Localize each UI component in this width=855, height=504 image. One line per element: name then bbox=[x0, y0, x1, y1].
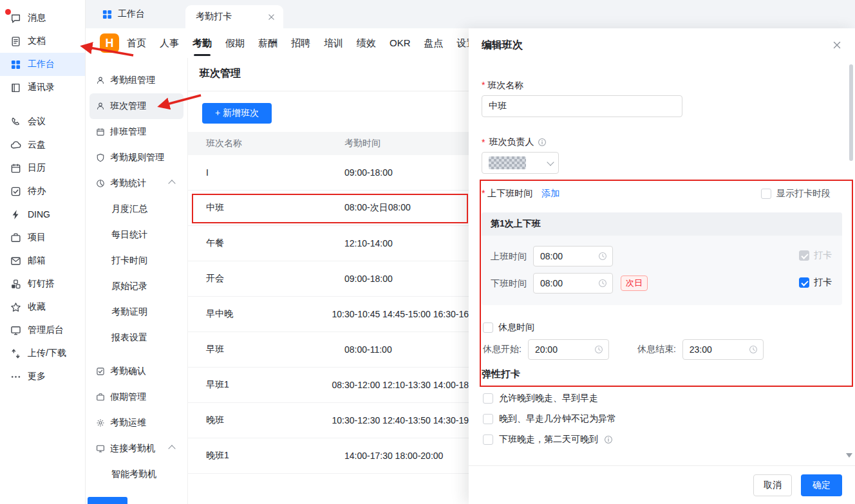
menu-label: 报表设置 bbox=[111, 332, 147, 344]
cloud-icon bbox=[10, 140, 21, 151]
document-icon bbox=[10, 36, 21, 47]
show-punch-period-checkbox[interactable] bbox=[761, 189, 771, 199]
grid-icon bbox=[10, 59, 21, 70]
device-icon bbox=[96, 444, 105, 453]
sidebar-item-meeting[interactable]: 会议 bbox=[0, 110, 85, 133]
nav-item-okr[interactable]: OKR bbox=[390, 28, 411, 58]
flex-option-checkbox[interactable] bbox=[483, 393, 493, 404]
nav-item-inventory[interactable]: 盘点 bbox=[424, 28, 444, 58]
scrollbar-thumb[interactable] bbox=[849, 64, 853, 161]
person-icon bbox=[96, 76, 105, 85]
scroll-down-arrow-icon[interactable] bbox=[846, 453, 852, 458]
menu-label: 考勤证明 bbox=[111, 306, 147, 318]
tab-workbench[interactable]: 工作台 bbox=[102, 0, 145, 28]
smart-hr-logo[interactable]: H bbox=[100, 33, 119, 53]
dingtalk-app-window: 消息 文档 工作台 通讯录 会议 云盘 日历 待办 bbox=[0, 0, 855, 504]
tab-close-icon[interactable] bbox=[267, 13, 276, 21]
menu-subitem-raw-records[interactable]: 原始记录 bbox=[86, 274, 187, 299]
table-row[interactable]: 早班1 08:30-12:00 12:10-13:30 14:00-18 bbox=[188, 368, 469, 403]
sidebar-item-adminconsole[interactable]: 管理后台 bbox=[0, 319, 85, 342]
table-row[interactable]: I 09:00-18:00 bbox=[188, 155, 469, 191]
menu-subitem-attendance-proof[interactable]: 考勤证明 bbox=[86, 299, 187, 325]
flex-option-checkbox[interactable] bbox=[483, 414, 493, 424]
shift-name-cell: 早班1 bbox=[206, 379, 332, 391]
nav-item-recruit[interactable]: 招聘 bbox=[291, 28, 310, 58]
nav-item-performance[interactable]: 绩效 bbox=[357, 28, 376, 58]
work-time-group: 第1次上下班 上班时间 打卡 下班时间 次日 打卡 bbox=[482, 212, 842, 305]
shift-name-cell: 午餐 bbox=[206, 238, 344, 249]
nav-item-attendance[interactable]: 考勤 bbox=[193, 28, 212, 58]
rest-time-checkbox[interactable] bbox=[483, 322, 493, 333]
sidebar-item-ding[interactable]: DING bbox=[0, 203, 85, 226]
sidebar-item-calendar[interactable]: 日历 bbox=[0, 156, 85, 180]
tab-attendance-punch[interactable]: 考勤打卡 bbox=[185, 5, 283, 28]
flex-option-checkbox[interactable] bbox=[483, 434, 493, 445]
sidebar-item-clouddrive[interactable]: 云盘 bbox=[0, 133, 85, 156]
shift-name-input[interactable] bbox=[482, 95, 682, 117]
menu-item-attendance-rules[interactable]: 考勤规则管理 bbox=[89, 145, 183, 171]
sidebar-item-favorites[interactable]: 收藏 bbox=[0, 295, 85, 319]
table-row-selected[interactable]: 中班 08:00-次日08:00 bbox=[188, 191, 469, 226]
sidebar-item-workbench[interactable]: 工作台 bbox=[0, 53, 85, 76]
confirm-button[interactable]: 确定 bbox=[801, 474, 842, 496]
menu-subitem-report-settings[interactable]: 报表设置 bbox=[86, 325, 187, 351]
add-time-link[interactable]: 添加 bbox=[541, 188, 559, 200]
sidebar-item-messages[interactable]: 消息 bbox=[0, 6, 85, 30]
menu-item-attendance-stats[interactable]: 考勤统计 bbox=[89, 171, 183, 196]
menu-item-attendance-groups[interactable]: 考勤组管理 bbox=[89, 68, 183, 93]
end-punch-checkbox[interactable] bbox=[799, 277, 809, 288]
briefcase-icon bbox=[10, 232, 21, 243]
menu-item-vacation-management[interactable]: 假期管理 bbox=[89, 384, 183, 410]
menu-item-attendance-ops[interactable]: 考勤运维 bbox=[89, 410, 183, 436]
sidebar-item-dingtalkbuild[interactable]: 钉钉搭 bbox=[0, 272, 85, 295]
tab-strip: 工作台 考勤打卡 bbox=[86, 0, 855, 28]
sidebar-item-docs[interactable]: 文档 bbox=[0, 30, 85, 53]
menu-subitem-punch-times[interactable]: 打卡时间 bbox=[86, 248, 187, 274]
sidebar-item-label: 管理后台 bbox=[28, 324, 64, 336]
nav-item-vacation[interactable]: 假期 bbox=[225, 28, 245, 58]
shift-time-cell: 10:30-12:30 12:40-13:50 14:30-19 bbox=[332, 415, 469, 425]
menu-subitem-monthly-summary[interactable]: 月度汇总 bbox=[86, 196, 187, 222]
grid-icon bbox=[102, 9, 113, 20]
shift-owner-select[interactable] bbox=[482, 152, 559, 174]
menu-item-attendance-confirm[interactable]: 考勤确认 bbox=[89, 359, 183, 384]
add-shift-button[interactable]: + 新增班次 bbox=[202, 103, 272, 124]
sidebar-item-more[interactable]: 更多 bbox=[0, 365, 85, 388]
chevron-up-icon bbox=[168, 445, 175, 452]
sidebar-item-transfer[interactable]: 上传/下载 bbox=[0, 342, 85, 365]
sidebar-item-label: 通讯录 bbox=[28, 82, 55, 93]
nav-item-home[interactable]: 首页 bbox=[127, 28, 146, 58]
menu-item-connect-machine[interactable]: 连接考勤机 bbox=[89, 436, 183, 462]
table-row[interactable]: 早班 08:00-11:00 bbox=[188, 332, 469, 368]
table-row[interactable]: 午餐 12:10-14:00 bbox=[188, 226, 469, 261]
menu-label: 班次管理 bbox=[110, 100, 146, 112]
sidebar-item-projects[interactable]: 项目 bbox=[0, 226, 85, 249]
close-icon[interactable] bbox=[832, 40, 842, 50]
menu-item-scheduling[interactable]: 排班管理 bbox=[89, 119, 183, 145]
nav-item-salary[interactable]: 薪酬 bbox=[258, 28, 277, 58]
sidebar-item-contacts[interactable]: 通讯录 bbox=[0, 76, 85, 99]
sidebar-item-todo[interactable]: 待办 bbox=[0, 180, 85, 203]
menu-subitem-smart-machine[interactable]: 智能考勤机 bbox=[86, 462, 187, 487]
rest-start-label: 休息开始: bbox=[483, 344, 521, 355]
sidebar-item-mail[interactable]: 邮箱 bbox=[0, 249, 85, 272]
end-punch-label: 打卡 bbox=[814, 277, 832, 288]
menu-subitem-daily-stats[interactable]: 每日统计 bbox=[86, 222, 187, 248]
start-time-label: 上班时间 bbox=[491, 251, 527, 263]
table-row[interactable]: 晚班 10:30-12:30 12:40-13:50 14:30-19 bbox=[188, 403, 469, 438]
nav-item-hr[interactable]: 人事 bbox=[160, 28, 179, 58]
chevron-down-icon bbox=[547, 158, 554, 165]
more-dots-icon bbox=[10, 371, 21, 382]
info-icon[interactable] bbox=[604, 435, 613, 444]
menu-label: 打卡时间 bbox=[111, 255, 147, 266]
shift-name-cell: 早中晚 bbox=[206, 308, 332, 320]
table-row[interactable]: 早中晚 10:30-10:45 14:45-15:00 16:30-16 bbox=[188, 297, 469, 332]
table-row[interactable]: 晚班1 14:00-17:30 18:00-20:00 bbox=[188, 438, 469, 474]
table-row[interactable]: 开会 09:00-18:00 bbox=[188, 261, 469, 297]
rest-time-label: 休息时间 bbox=[498, 322, 534, 333]
info-icon[interactable] bbox=[538, 138, 547, 147]
nav-item-training[interactable]: 培训 bbox=[324, 28, 343, 58]
start-punch-checkbox[interactable] bbox=[799, 250, 809, 261]
cancel-button[interactable]: 取消 bbox=[753, 474, 792, 496]
menu-item-shift-management[interactable]: 班次管理 bbox=[89, 93, 183, 119]
